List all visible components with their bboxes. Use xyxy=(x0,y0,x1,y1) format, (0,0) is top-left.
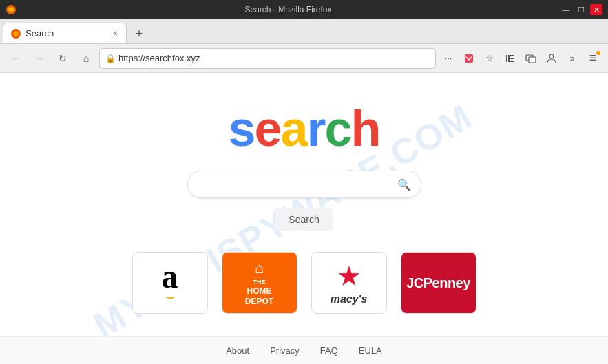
logo-letter-e: e xyxy=(254,101,280,156)
macys-star-icon: ★ xyxy=(337,260,361,292)
quick-link-jcpenney[interactable]: JCPenney xyxy=(401,252,476,314)
search-input[interactable] xyxy=(198,179,397,190)
quick-links: a ⌣ ⌂ THE HOME DEPOT ★ macy's JCPenney xyxy=(132,252,476,314)
forward-button[interactable]: → xyxy=(29,48,50,69)
svg-rect-10 xyxy=(510,61,514,62)
synced-tabs-button[interactable] xyxy=(521,49,541,68)
quick-link-macys[interactable]: ★ macy's xyxy=(311,252,387,314)
footer-link-faq[interactable]: FAQ xyxy=(320,345,338,356)
svg-rect-5 xyxy=(465,54,473,63)
homedepot-text-home: HOME xyxy=(247,286,272,296)
svg-rect-7 xyxy=(508,55,510,62)
svg-point-2 xyxy=(8,8,14,12)
title-bar-controls: — ☐ ✕ xyxy=(560,4,602,15)
back-button[interactable]: ← xyxy=(6,48,26,69)
extensions-button[interactable]: » xyxy=(563,49,582,68)
homedepot-text-the: THE xyxy=(253,279,266,286)
logo-letter-r: r xyxy=(307,101,325,156)
minimize-button[interactable]: — xyxy=(560,4,572,15)
search-box[interactable]: 🔍 xyxy=(187,171,421,198)
close-button[interactable]: ✕ xyxy=(590,4,602,15)
tab-bar: Search × + xyxy=(0,19,608,44)
jcpenney-logo: JCPenney xyxy=(401,253,476,313)
footer-link-about[interactable]: About xyxy=(226,345,249,356)
quick-link-homedepot[interactable]: ⌂ THE HOME DEPOT xyxy=(222,252,297,314)
pocket-button[interactable] xyxy=(459,49,479,68)
reader-view-button[interactable] xyxy=(501,49,520,68)
title-bar: Search - Mozilla Firefox — ☐ ✕ xyxy=(0,0,608,19)
logo-letter-c: c xyxy=(325,101,351,156)
firefox-icon xyxy=(6,4,17,15)
svg-rect-9 xyxy=(510,58,514,59)
logo-letter-a: a xyxy=(280,101,306,156)
svg-point-13 xyxy=(549,54,554,58)
tab-label: Search xyxy=(25,28,107,39)
search-icon[interactable]: 🔍 xyxy=(397,178,411,191)
amazon-logo: a ⌣ xyxy=(162,260,178,306)
amazon-arrow-icon: ⌣ xyxy=(165,288,175,306)
tab-close-button[interactable]: × xyxy=(112,28,119,40)
jcpenney-text: JCPenney xyxy=(406,275,470,291)
site-logo: search xyxy=(228,100,379,157)
footer-link-eula[interactable]: EULA xyxy=(359,345,382,356)
macys-logo: ★ macy's xyxy=(331,260,368,306)
homedepot-text-depot: DEPOT xyxy=(245,297,273,306)
svg-rect-6 xyxy=(506,55,507,62)
bookmark-star-button[interactable]: ☆ xyxy=(480,49,499,68)
svg-point-4 xyxy=(13,31,19,36)
svg-rect-12 xyxy=(529,57,536,63)
title-bar-left xyxy=(6,4,17,15)
security-icon: 🔒 xyxy=(105,54,116,63)
address-input[interactable] xyxy=(118,53,430,63)
account-button[interactable] xyxy=(542,49,561,68)
search-button[interactable]: Search xyxy=(275,208,332,231)
home-button[interactable]: ⌂ xyxy=(76,48,96,69)
quick-link-amazon[interactable]: a ⌣ xyxy=(132,252,208,314)
homedepot-logo: ⌂ THE HOME DEPOT xyxy=(222,253,297,313)
homedepot-chevron-icon: ⌂ xyxy=(255,259,264,277)
svg-rect-8 xyxy=(510,55,514,56)
logo-letter-s: s xyxy=(228,101,254,156)
refresh-button[interactable]: ↻ xyxy=(52,48,73,69)
nav-icons-right: ··· ☆ xyxy=(439,49,602,68)
tab-favicon xyxy=(10,28,21,39)
footer: About Privacy FAQ EULA xyxy=(0,336,608,364)
footer-link-privacy[interactable]: Privacy xyxy=(270,345,300,356)
logo-letter-h: h xyxy=(351,101,380,156)
macys-text: macy's xyxy=(331,293,368,306)
title-bar-title: Search - Mozilla Firefox xyxy=(17,5,560,14)
more-button[interactable]: ··· xyxy=(439,49,458,68)
new-tab-button[interactable]: + xyxy=(129,24,149,43)
nav-bar: ← → ↻ ⌂ 🔒 ··· ☆ xyxy=(0,44,608,73)
maximize-button[interactable]: ☐ xyxy=(575,4,587,15)
main-content: MYANTISPYWARE.COM search 🔍 Search a ⌣ ⌂ … xyxy=(0,73,608,364)
address-bar[interactable]: 🔒 xyxy=(99,48,436,69)
active-tab[interactable]: Search × xyxy=(3,23,127,43)
menu-button[interactable]: ≡ xyxy=(583,49,602,68)
